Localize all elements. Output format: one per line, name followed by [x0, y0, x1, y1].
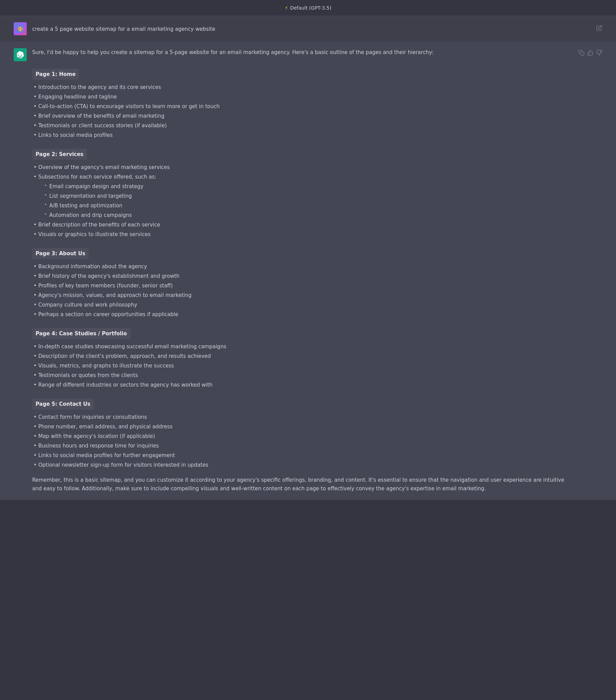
- list-item: Phone number, email address, and physica…: [32, 423, 573, 431]
- list-item: Links to social media profiles for furth…: [32, 451, 573, 460]
- list-item: Links to social media profiles: [32, 131, 573, 139]
- user-message-text: create a 5 page website sitemap for a em…: [32, 22, 591, 33]
- page-section-2: Page 2: Services Overview of the agency'…: [32, 142, 573, 238]
- page-5-bullets: Contact form for inquiries or consultati…: [32, 413, 573, 469]
- list-item: Subsections for each service offered, su…: [32, 173, 573, 219]
- page-2-sub-bullets: Email campaign design and strategy List …: [38, 182, 573, 219]
- list-item: Introduction to the agency and its core …: [32, 83, 573, 91]
- list-item: Contact form for inquiries or consultati…: [32, 413, 573, 421]
- list-item: In-depth case studies showcasing success…: [32, 342, 573, 351]
- page-4-bullets: In-depth case studies showcasing success…: [32, 342, 573, 389]
- top-bar: ⚡ Default (GPT-3.5): [0, 0, 616, 16]
- intro-text: Sure, I'd be happy to help you create a …: [32, 48, 573, 57]
- closing-text: Remember, this is a basic sitemap, and y…: [32, 476, 573, 493]
- assistant-avatar: [14, 48, 27, 61]
- list-item: A/B testing and optimization: [38, 201, 573, 210]
- assistant-content: Sure, I'd be happy to help you create a …: [32, 48, 573, 493]
- list-item: List segmentation and targeting: [38, 192, 573, 200]
- user-message-row: 🎨 create a 5 page website sitemap for a …: [0, 16, 616, 41]
- list-item: Engaging headline and tagline: [32, 93, 573, 101]
- list-item: Profiles of key team members (founder, s…: [32, 282, 573, 290]
- edit-icon[interactable]: [596, 25, 602, 31]
- page-heading-1: Page 1: Home: [32, 69, 79, 80]
- svg-rect-2: [581, 52, 584, 55]
- page-heading-3: Page 3: About Us: [32, 248, 89, 259]
- page-section-4: Page 4: Case Studies / Portfolio In-dept…: [32, 321, 573, 389]
- copy-icon[interactable]: [578, 50, 584, 56]
- user-avatar: 🎨: [14, 22, 27, 35]
- thumbs-down-icon[interactable]: [596, 50, 602, 56]
- list-item: Perhaps a section on career opportunitie…: [32, 310, 573, 318]
- list-item: Brief history of the agency's establishm…: [32, 272, 573, 280]
- svg-text:🎨: 🎨: [17, 26, 24, 32]
- list-item: Business hours and response time for inq…: [32, 442, 573, 450]
- thumbs-up-icon[interactable]: [587, 50, 593, 56]
- list-item: Map with the agency's location (if appli…: [32, 432, 573, 440]
- list-item: Company culture and work philosophy: [32, 301, 573, 309]
- page-heading-5: Page 5: Contact Us: [32, 399, 94, 410]
- list-item: Range of different industries or sectors…: [32, 381, 573, 389]
- assistant-actions: [578, 48, 602, 56]
- page-1-bullets: Introduction to the agency and its core …: [32, 83, 573, 139]
- page-heading-4: Page 4: Case Studies / Portfolio: [32, 328, 131, 339]
- list-item: Visuals or graphics to illustrate the se…: [32, 230, 573, 238]
- list-item: Brief description of the benefits of eac…: [32, 221, 573, 229]
- lightning-icon: ⚡: [285, 4, 288, 12]
- list-item: Brief overview of the benefits of email …: [32, 112, 573, 120]
- list-item: Optional newsletter sign-up form for vis…: [32, 461, 573, 469]
- list-item: Testimonials or quotes from the clients: [32, 371, 573, 379]
- page-3-bullets: Background information about the agency …: [32, 262, 573, 318]
- list-item: Email campaign design and strategy: [38, 182, 573, 190]
- list-item: Testimonials or client success stories (…: [32, 122, 573, 130]
- list-item: Description of the client's problem, app…: [32, 352, 573, 360]
- assistant-message-row: Sure, I'd be happy to help you create a …: [0, 41, 616, 500]
- list-item: Visuals, metrics, and graphs to illustra…: [32, 362, 573, 370]
- page-section-3: Page 3: About Us Background information …: [32, 241, 573, 318]
- list-item: Automation and drip campaigns: [38, 211, 573, 219]
- list-item: Background information about the agency: [32, 262, 573, 271]
- list-item: Agency's mission, values, and approach t…: [32, 291, 573, 299]
- model-label: Default (GPT-3.5): [290, 4, 331, 12]
- list-item: Call-to-action (CTA) to encourage visito…: [32, 102, 573, 111]
- list-item: Overview of the agency's email marketing…: [32, 163, 573, 172]
- page-section-5: Page 5: Contact Us Contact form for inqu…: [32, 392, 573, 469]
- page-2-bullets: Overview of the agency's email marketing…: [32, 163, 573, 238]
- page-heading-2: Page 2: Services: [32, 149, 87, 160]
- page-section-1: Page 1: Home Introduction to the agency …: [32, 62, 573, 139]
- user-message-actions: [596, 22, 602, 31]
